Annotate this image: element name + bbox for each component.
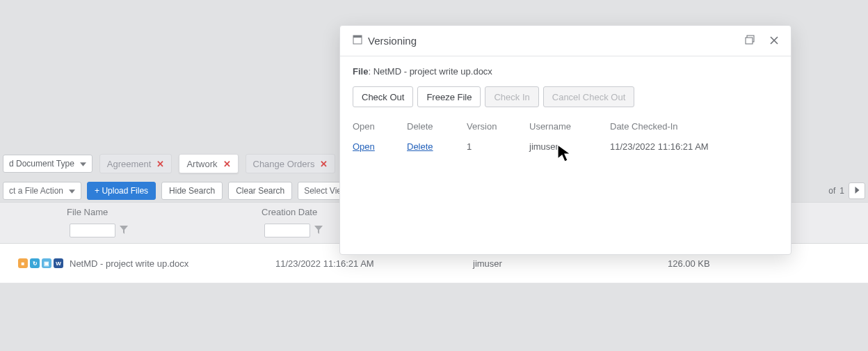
file-action-select[interactable]: ct a File Action [3,182,81,200]
column-creation-date: Creation Date [262,207,317,217]
svg-rect-3 [746,38,753,44]
chevron-down-icon [80,159,86,169]
tab-agreement[interactable]: Agreement ✕ [99,154,172,173]
version-row: Open Delete 1 jimuser 11/23/2022 11:16:2… [353,139,778,154]
col-open: Open [353,121,407,132]
col-date: Date Checked-In [610,121,778,132]
size-cell: 126.00 KB [668,258,710,269]
close-icon[interactable] [770,35,778,47]
action-icon[interactable]: ■ [18,258,28,268]
col-username: Username [529,121,610,132]
filter-icon[interactable] [314,226,323,236]
action-icon[interactable]: ▣ [42,258,51,268]
dialog-body: File: NetMD - project write up.docx Chec… [340,56,791,254]
upload-files-button[interactable]: + Upload Files [87,182,156,200]
close-icon[interactable]: ✕ [320,159,328,169]
filter-creation-date-input[interactable] [264,224,310,237]
chevron-right-icon [855,186,860,196]
tab-label: Agreement [107,159,152,169]
versioning-dialog: Versioning File: NetMD - project write u… [339,25,791,255]
maximize-icon[interactable] [745,35,755,47]
document-type-select[interactable]: d Document Type [3,155,93,173]
tab-change-orders[interactable]: Change Orders ✕ [246,154,336,173]
file-line: File: NetMD - project write up.docx [353,66,778,77]
pager-count: 1 [839,186,844,196]
clear-search-button[interactable]: Clear Search [228,182,292,200]
dialog-title: Versioning [368,35,417,47]
svg-rect-1 [353,36,362,38]
file-name-cell: NetMD - project write up.docx [70,258,188,269]
pager: of 1 [828,180,865,202]
chevron-down-icon [69,186,75,196]
username-cell: jimuser [473,258,502,269]
file-label: File [353,66,368,77]
close-icon[interactable]: ✕ [156,159,164,169]
open-version-link[interactable]: Open [353,141,375,152]
file-action-label: ct a File Action [9,186,63,196]
pager-next-button[interactable] [849,182,865,199]
filter-icon[interactable] [120,226,128,236]
check-in-button: Check In [485,86,538,107]
freeze-file-button[interactable]: Freeze File [417,86,481,107]
file-row-icons: ■ ↻ ▣ W [18,258,63,268]
window-icon [353,35,362,47]
col-delete: Delete [407,121,467,132]
tab-artwork[interactable]: Artwork ✕ [179,154,238,173]
file-name-value: NetMD - project write up.docx [373,66,492,77]
delete-version-link[interactable]: Delete [407,141,433,152]
action-icon[interactable]: ↻ [30,258,40,268]
cancel-check-out-button: Cancel Check Out [543,86,635,107]
version-username: jimuser [529,141,610,152]
tab-label: Artwork [186,159,217,169]
version-number: 1 [467,141,529,152]
dialog-button-row: Check Out Freeze File Check In Cancel Ch… [353,86,778,107]
word-doc-icon: W [54,258,63,268]
hide-search-button[interactable]: Hide Search [161,182,223,200]
close-icon[interactable]: ✕ [223,159,231,169]
tab-label: Change Orders [253,159,315,169]
pager-of-label: of [828,186,835,196]
creation-date-cell: 11/23/2022 11:16:21 AM [275,258,374,269]
check-out-button[interactable]: Check Out [353,86,413,107]
document-type-label: d Document Type [9,159,74,169]
filter-file-name-input[interactable] [70,224,115,237]
dialog-header: Versioning [340,26,791,56]
col-version: Version [467,121,529,132]
version-date: 11/23/2022 11:16:21 AM [610,141,778,152]
versions-table-header: Open Delete Version Username Date Checke… [353,121,778,132]
column-file-name: File Name [67,207,108,217]
